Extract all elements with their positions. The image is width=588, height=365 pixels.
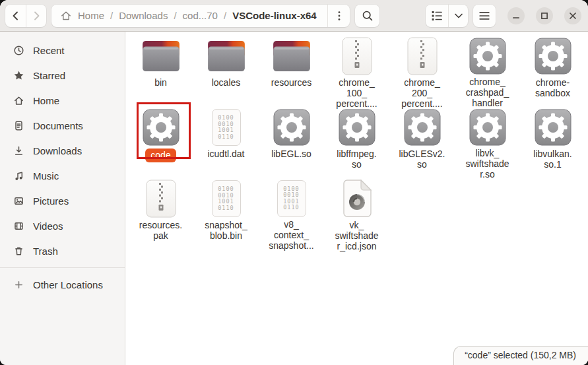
sidebar-item-trash[interactable]: Trash [3, 238, 121, 263]
file-item-libvk-swiftshader-so[interactable]: libvk_ swiftshade r.so [455, 108, 520, 180]
file-item-bin[interactable]: bin [128, 37, 193, 108]
sidebar-item-label: Music [33, 170, 59, 182]
chevron-down-icon [452, 9, 465, 22]
home-icon [59, 9, 73, 22]
sidebar-item-label: Downloads [33, 145, 82, 156]
minimize-button[interactable] [507, 7, 525, 24]
sidebar-item-music[interactable]: Music [3, 163, 121, 188]
executable-gear-icon [339, 109, 376, 146]
file-label: libvulkan. so.1 [533, 149, 572, 170]
file-item-vk-swiftshader-icd-json[interactable]: vk_ swiftshade r_icd.json [324, 180, 389, 251]
sidebar-item-other-locations[interactable]: Other Locations [3, 272, 121, 297]
breadcrumb-separator: / [224, 10, 226, 21]
executable-gear-icon [273, 109, 310, 146]
sidebar-item-label: Recent [33, 45, 65, 56]
history-nav [5, 5, 46, 27]
file-item-chrome-100-percent[interactable]: chrome_ 100_ percent.... [324, 37, 389, 108]
view-toggle [426, 5, 468, 27]
clock-icon [13, 45, 24, 56]
file-item-locales[interactable]: locales [193, 37, 259, 108]
file-item-resources-pak[interactable]: resources. pak [128, 180, 193, 251]
file-item-chrome-crashpad-handler[interactable]: chrome_ crashpad_ handler [455, 37, 520, 108]
file-item-libglesv2-so[interactable]: libGLESv2. so [389, 108, 455, 180]
maximize-button[interactable] [536, 7, 553, 24]
sidebar-item-label: Trash [33, 246, 58, 257]
list-view-button[interactable] [426, 5, 448, 27]
plus-icon [13, 279, 24, 290]
file-item-chrome-sandbox[interactable]: chrome- sandbox [520, 37, 585, 108]
file-item-resources[interactable]: resources [259, 37, 324, 108]
file-label: libGLESv2. so [399, 149, 445, 170]
file-item-chrome-200-percent[interactable]: chrome_ 200_ percent.... [389, 37, 455, 108]
file-label: chrome- sandbox [535, 77, 570, 98]
sidebar-item-starred[interactable]: Starred [3, 63, 121, 88]
file-item-snapshot-blob-bin[interactable]: 01000010 10010110 snapshot_ blob.bin [193, 180, 259, 251]
executable-gear-icon [535, 109, 572, 146]
view-options-button[interactable] [448, 5, 468, 27]
search-button[interactable] [355, 5, 379, 27]
file-label: chrome_ crashpad_ handler [466, 77, 509, 108]
close-icon [566, 9, 579, 22]
selection-status-text: “code” selected (150,2 MB) [465, 350, 576, 360]
file-item-libegl-so[interactable]: libEGL.so [259, 108, 324, 180]
close-button[interactable] [564, 7, 581, 24]
file-label: chrome_ 200_ percent.... [401, 77, 442, 109]
executable-gear-icon [143, 109, 180, 146]
breadcrumb-segment-downloads[interactable]: Downloads [119, 10, 168, 21]
file-item-libvulkan-so-1[interactable]: libvulkan. so.1 [520, 108, 585, 180]
sidebar-item-label: Documents [33, 120, 83, 131]
file-view: bin locales resources chrome_ 100_ perce… [125, 32, 588, 365]
file-item-code-selected[interactable]: code [128, 108, 193, 180]
executable-gear-icon [469, 109, 506, 146]
file-label: locales [212, 77, 241, 88]
search-icon [361, 9, 374, 22]
sidebar-item-downloads[interactable]: Downloads [3, 138, 121, 163]
file-label: snapshot_ blob.bin [205, 220, 247, 241]
executable-gear-icon [535, 38, 572, 75]
file-label: vk_ swiftshade r_icd.json [335, 220, 378, 251]
file-label: v8_ context_ snapshot... [269, 219, 314, 251]
sidebar-item-videos[interactable]: Videos [3, 213, 121, 238]
breadcrumb-segment-current[interactable]: VSCode-linux-x64 [232, 10, 317, 21]
back-button[interactable] [5, 5, 26, 27]
document-icon [13, 120, 24, 131]
picture-icon [13, 195, 24, 207]
location-menu-button[interactable] [327, 5, 350, 27]
sidebar-item-pictures[interactable]: Pictures [3, 188, 121, 213]
sidebar-item-label: Pictures [33, 195, 69, 207]
sidebar-item-documents[interactable]: Documents [3, 113, 121, 138]
file-item-libffmpeg-so[interactable]: libffmpeg. so [324, 108, 389, 180]
minimize-icon [509, 9, 523, 22]
folder-icon [271, 40, 312, 73]
sidebar-divider [0, 267, 125, 268]
file-label: resources [271, 77, 311, 88]
breadcrumb-segment-truncated[interactable]: cod...70 [183, 10, 218, 21]
json-file-icon [341, 180, 373, 218]
path-bar: Home / Downloads / cod...70 / VSCode-lin… [51, 5, 350, 27]
file-grid: bin locales resources chrome_ 100_ perce… [125, 32, 588, 251]
star-icon [13, 70, 24, 81]
breadcrumb-segment-home[interactable]: Home [78, 10, 104, 21]
kebab-menu-icon [333, 9, 346, 22]
forward-button[interactable] [26, 5, 46, 27]
sidebar-item-label: Starred [33, 70, 65, 81]
file-label: libffmpeg. so [337, 149, 376, 170]
file-label: bin [154, 77, 167, 88]
main-menu-button[interactable] [473, 5, 496, 27]
selected-file-label: code [145, 149, 176, 162]
trash-icon [13, 246, 24, 257]
sidebar-item-home[interactable]: Home [3, 88, 121, 113]
file-item-icudtl-dat[interactable]: 01000010 10010110 icudtl.dat [193, 108, 259, 180]
archive-file-icon [146, 180, 176, 218]
file-label: icudtl.dat [207, 149, 244, 159]
breadcrumb-separator: / [110, 10, 113, 21]
sidebar-item-recent[interactable]: Recent [3, 38, 121, 63]
binary-file-icon: 01000010 10010110 [277, 180, 306, 217]
music-note-icon [13, 170, 24, 182]
film-icon [13, 220, 24, 232]
download-icon [13, 145, 24, 156]
file-item-v8-context-snapshot[interactable]: 01000010 10010110 v8_ context_ snapshot.… [259, 180, 324, 251]
breadcrumb-separator: / [174, 10, 176, 21]
executable-gear-icon [469, 38, 506, 75]
sidebar: Recent Starred Home Documents Downloads … [0, 32, 125, 365]
